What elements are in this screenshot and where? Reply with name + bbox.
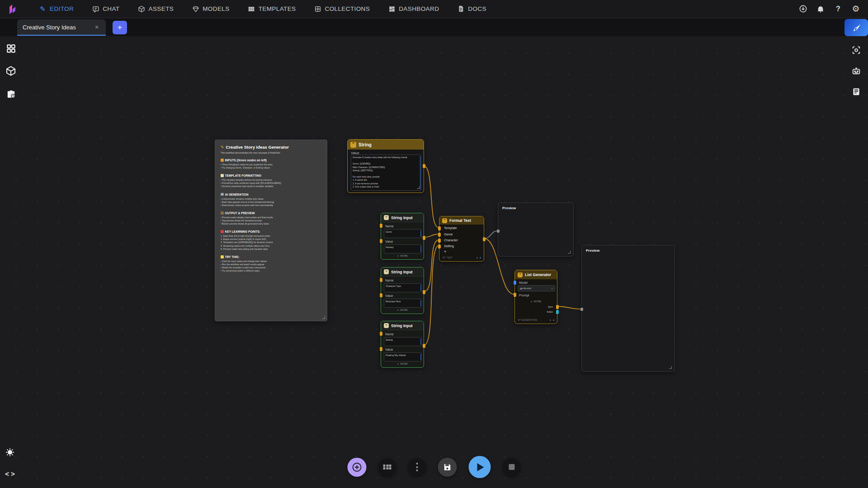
- value-field[interactable]: Floating Sky Islands: [384, 352, 422, 361]
- textarea-resize-handle[interactable]: [417, 186, 420, 189]
- character-input-handle[interactable]: [438, 239, 441, 243]
- more-toggle[interactable]: ∨ MORE: [381, 309, 424, 311]
- code-view-icon[interactable]: < >: [4, 468, 16, 479]
- node-title: String Input: [391, 270, 413, 274]
- new-workflow-button[interactable]: +: [113, 21, 127, 34]
- value-input-handle[interactable]: [380, 239, 382, 243]
- close-tab-icon[interactable]: ×: [93, 23, 100, 31]
- vertical-dots-icon: [416, 463, 418, 471]
- chevron-down-icon: ∨: [531, 300, 533, 303]
- name-input-handle[interactable]: [380, 278, 382, 282]
- genre-input-handle[interactable]: [438, 233, 441, 237]
- value-input-handle[interactable]: [380, 293, 382, 297]
- save-workflow-button[interactable]: [438, 458, 457, 477]
- more-toggle[interactable]: ∨ MORE: [381, 362, 424, 365]
- more-toggle[interactable]: ∨ MORE: [381, 254, 424, 257]
- node-header[interactable]: ” String: [348, 140, 424, 150]
- logs-panel-button[interactable]: [850, 86, 862, 98]
- run-workflow-button[interactable]: [469, 456, 491, 478]
- add-node-button[interactable]: [348, 458, 367, 477]
- value-field[interactable]: Fantasy: [384, 244, 422, 253]
- stop-workflow-button[interactable]: [503, 458, 521, 476]
- setting-input-handle[interactable]: [438, 244, 441, 249]
- item-output-handle[interactable]: [556, 305, 559, 309]
- jobs-briefcase-icon[interactable]: [5, 88, 17, 100]
- workflow-canvas[interactable]: < > ✎ Creative Story Ideas Generator Thi…: [0, 36, 868, 488]
- name-input-handle[interactable]: [380, 224, 382, 228]
- quote-icon: ”: [384, 323, 389, 328]
- quote-icon: ”: [384, 215, 389, 220]
- output-handle[interactable]: [423, 236, 425, 240]
- model-input-handle[interactable]: [514, 281, 516, 285]
- nav-item-docs[interactable]: DOCS: [457, 5, 486, 13]
- workflow-tab[interactable]: Creative Story Ideas ×: [17, 19, 106, 36]
- workflow-comment-panel[interactable]: ✎ Creative Story Ideas Generator This wo…: [215, 140, 327, 321]
- value-input-handle[interactable]: [380, 347, 382, 351]
- download-icon[interactable]: [798, 4, 808, 14]
- output-handle[interactable]: [423, 344, 425, 348]
- value-field[interactable]: Reluctant Hero: [384, 299, 422, 308]
- string-node[interactable]: ” String Value Generate 5 creative story…: [347, 139, 424, 193]
- nav-item-dashboard[interactable]: DASHBOARD: [388, 5, 439, 13]
- comment-section-ai: AI GENERATION ListGenerator streams mult…: [221, 193, 321, 207]
- node-header[interactable]: ” Format Text: [439, 216, 484, 225]
- format-text-node[interactable]: ” Format Text Template Genre Character S…: [439, 216, 484, 262]
- help-icon[interactable]: ?: [833, 4, 843, 14]
- layout-grid-button[interactable]: [378, 458, 396, 476]
- nav-item-collections[interactable]: COLLECTIONS: [314, 5, 370, 13]
- more-toggle[interactable]: ∨ MORE: [515, 300, 557, 303]
- resize-handle[interactable]: [568, 251, 571, 253]
- node-header[interactable]: ” String Input: [381, 321, 424, 330]
- assets-cube-button[interactable]: [5, 65, 17, 77]
- pencil-icon: ✎: [221, 145, 224, 150]
- output-handle[interactable]: [423, 290, 425, 294]
- theme-toggle-sun-icon[interactable]: [4, 446, 16, 458]
- document-icon: [457, 5, 465, 13]
- output-handle[interactable]: [483, 237, 486, 241]
- notifications-bell-icon[interactable]: [816, 4, 826, 14]
- nav-label: MODELS: [203, 5, 229, 12]
- list-generator-node[interactable]: ” List Generator Model gpt-4o-mini ∨ Pro…: [514, 270, 557, 324]
- string-value-textarea[interactable]: Generate 5 creative story ideas with the…: [351, 155, 421, 191]
- name-field[interactable]: Genre: [384, 229, 422, 238]
- more-options-button[interactable]: [408, 458, 426, 476]
- node-footer-actions[interactable]: [476, 257, 481, 258]
- grid-templates-icon: [248, 5, 255, 13]
- name-field[interactable]: Character Type: [384, 283, 422, 292]
- value-input-handle[interactable]: [580, 308, 583, 311]
- output-handle[interactable]: [423, 164, 425, 168]
- index-output-handle[interactable]: [556, 310, 559, 314]
- quote-icon: ”: [518, 272, 523, 277]
- node-header[interactable]: ” List Generator: [515, 270, 557, 279]
- string-input-node-character[interactable]: ” String Input Name Character Type Value…: [381, 267, 424, 314]
- run-app-rocket-button[interactable]: [844, 19, 868, 36]
- string-input-node-setting[interactable]: ” String Input Name Setting Value Floati…: [381, 321, 424, 368]
- preview-node-prompt[interactable]: Preview: [498, 202, 574, 257]
- node-menu-button[interactable]: [5, 42, 17, 54]
- template-input-handle[interactable]: [438, 226, 441, 230]
- name-field[interactable]: Setting: [384, 337, 422, 346]
- package-box-icon: [138, 5, 146, 13]
- nav-item-assets[interactable]: ASSETS: [138, 5, 174, 13]
- nav-item-chat[interactable]: CHAT: [92, 5, 119, 13]
- resize-handle[interactable]: [322, 316, 325, 319]
- nav-item-models[interactable]: MODELS: [192, 5, 229, 13]
- node-header[interactable]: ” String Input: [381, 213, 424, 222]
- fit-view-button[interactable]: [850, 44, 862, 56]
- node-footer-actions[interactable]: [550, 319, 554, 321]
- app-logo-icon[interactable]: [6, 2, 20, 16]
- nav-item-editor[interactable]: ✎ EDITOR: [39, 5, 74, 13]
- node-header[interactable]: ” String Input: [381, 267, 424, 277]
- add-property-button[interactable]: +: [444, 250, 446, 254]
- name-input-handle[interactable]: [380, 332, 382, 336]
- string-input-node-genre[interactable]: ” String Input Name Genre Value Fantasy …: [381, 213, 424, 260]
- preview-node-results[interactable]: Preview: [581, 245, 675, 372]
- resize-handle[interactable]: [669, 366, 672, 369]
- prompt-input-handle[interactable]: [514, 293, 516, 297]
- nav-item-templates[interactable]: TEMPLATES: [248, 5, 296, 13]
- value-input-handle[interactable]: [497, 230, 500, 233]
- node-title: Format Text: [449, 218, 471, 223]
- assistant-robot-button[interactable]: [850, 65, 862, 77]
- settings-gear-icon[interactable]: ⚙: [851, 4, 861, 14]
- model-select[interactable]: gpt-4o-mini ∨: [518, 285, 555, 291]
